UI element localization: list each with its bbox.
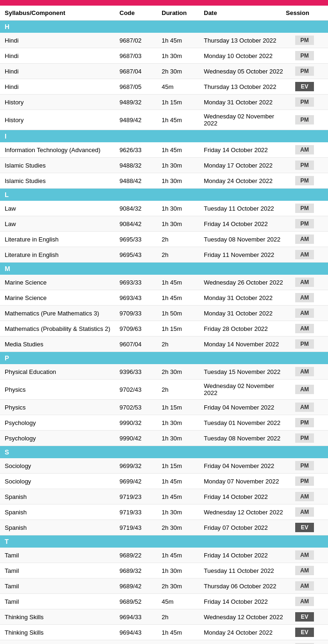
cell-duration: 1h 45m [162, 146, 204, 154]
cell-syllabus: Islamic Studies [5, 177, 119, 184]
cell-session: PM [286, 476, 323, 486]
session-badge: AM [295, 278, 314, 287]
col-header-duration: Duration [162, 9, 204, 16]
cell-syllabus: Mathematics (Pure Mathematics 3) [5, 310, 119, 317]
cell-session: EV [286, 628, 323, 637]
cell-syllabus: Tamil [5, 598, 119, 605]
cell-syllabus: Marine Science [5, 279, 119, 286]
cell-code: 9699/32 [119, 462, 162, 469]
cell-session: AM [286, 566, 323, 575]
cell-session: PM [286, 97, 323, 107]
cell-session: PM [286, 339, 323, 349]
cell-duration: 2h 30m [162, 583, 204, 590]
cell-session: PM [286, 461, 323, 470]
session-badge: EV [295, 523, 314, 532]
cell-date: Wednesday 26 October 2022 [204, 279, 286, 286]
cell-duration: 45m [162, 83, 204, 90]
cell-code: 9719/43 [119, 524, 162, 531]
cell-duration: 2h 30m [162, 368, 204, 375]
table-row: Marine Science9693/431h 45mMonday 31 Oct… [0, 290, 328, 306]
session-badge: PM [295, 51, 314, 60]
cell-session: AM [286, 402, 323, 412]
cell-syllabus: Tamil [5, 583, 119, 590]
cell-duration: 1h 45m [162, 117, 204, 124]
cell-syllabus: Marine Science [5, 294, 119, 301]
table-row: Tamil9689/422h 30mThursday 06 October 20… [0, 578, 328, 594]
table-row: Law9084/421h 30mFriday 14 October 2022PM [0, 216, 328, 232]
session-badge: AM [295, 385, 314, 394]
section-header-m: M [0, 263, 328, 275]
cell-session: PM [286, 51, 323, 60]
session-badge: PM [295, 36, 314, 45]
cell-code: 9687/03 [119, 52, 162, 59]
table-row: Mathematics (Probability & Statistics 2)… [0, 321, 328, 337]
session-badge: PM [295, 461, 314, 470]
cell-session: EV [286, 82, 323, 91]
session-badge: AM [295, 293, 314, 302]
cell-session: AM [286, 308, 323, 318]
cell-duration: 1h 30m [162, 220, 204, 227]
cell-duration: 1h 15m [162, 99, 204, 106]
cell-code: 9689/22 [119, 552, 162, 559]
cell-duration: 1h 45m [162, 478, 204, 485]
cell-code: 9709/63 [119, 325, 162, 332]
session-badge: AM [295, 367, 314, 376]
col-header-syllabus: Syllabus/Component [5, 9, 119, 16]
session-badge: AM [295, 308, 314, 318]
cell-date: Monday 31 October 2022 [204, 310, 286, 317]
cell-date: Friday 07 October 2022 [204, 524, 286, 531]
table-row: Hindi9687/031h 30mMonday 10 October 2022… [0, 48, 328, 64]
section-header-l: L [0, 189, 328, 201]
cell-date: Monday 24 October 2022 [204, 629, 286, 636]
cell-code: 9687/04 [119, 68, 162, 75]
cell-date: Monday 24 October 2022 [204, 177, 286, 184]
cell-duration: 1h 30m [162, 177, 204, 184]
cell-code: 9626/33 [119, 146, 162, 154]
col-header-session: Session [286, 9, 323, 16]
col-header-date: Date [204, 9, 286, 16]
table-row: Tamil9689/221h 45mFriday 14 October 2022… [0, 548, 328, 563]
table-row: Marine Science9693/331h 45mWednesday 26 … [0, 275, 328, 290]
cell-duration: 1h 30m [162, 419, 204, 426]
session-badge: EV [295, 628, 314, 637]
cell-date: Thursday 06 October 2022 [204, 583, 286, 590]
cell-code: 9607/04 [119, 341, 162, 348]
session-badge: AM [295, 492, 314, 501]
cell-duration: 1h 45m [162, 629, 204, 636]
cell-syllabus: Psychology [5, 419, 119, 426]
table-row: Tamil9689/321h 30mTuesday 11 October 202… [0, 563, 328, 578]
table-row: Physics9702/531h 15mFriday 04 November 2… [0, 400, 328, 415]
cell-syllabus: Physical Education [5, 368, 119, 375]
session-badge: PM [295, 176, 314, 185]
cell-syllabus: Tamil [5, 552, 119, 559]
cell-date: Wednesday 12 October 2022 [204, 509, 286, 516]
cell-date: Friday 14 October 2022 [204, 220, 286, 227]
cell-code: 9689/42 [119, 583, 162, 590]
cell-session: AM [286, 367, 323, 376]
cell-date: Monday 14 November 2022 [204, 341, 286, 348]
cell-duration: 1h 30m [162, 509, 204, 516]
session-badge: PM [295, 476, 314, 486]
session-badge: PM [295, 115, 314, 124]
session-badge: AM [295, 250, 314, 259]
cell-date: Wednesday 02 November 2022 [204, 382, 286, 396]
table-body: HHindi9687/021h 45mThursday 13 October 2… [0, 21, 328, 644]
cell-code: 9687/05 [119, 83, 162, 90]
cell-date: Friday 14 October 2022 [204, 146, 286, 154]
session-badge: EV [295, 612, 314, 622]
cell-date: Friday 04 November 2022 [204, 462, 286, 469]
table-row: Psychology9990/421h 30mTuesday 08 Novemb… [0, 431, 328, 446]
section-header-i: I [0, 130, 328, 142]
cell-session: AM [286, 145, 323, 154]
cell-code: 9990/32 [119, 419, 162, 426]
cell-syllabus: Hindi [5, 37, 119, 44]
cell-date: Tuesday 08 November 2022 [204, 236, 286, 243]
section-header-t: T [0, 535, 328, 548]
section-header-h: H [0, 21, 328, 33]
cell-session: PM [286, 161, 323, 170]
cell-syllabus: Law [5, 220, 119, 227]
cell-code: 9693/43 [119, 294, 162, 301]
cell-code: 9488/42 [119, 177, 162, 184]
table-row: Islamic Studies9488/321h 30mMonday 17 Oc… [0, 158, 328, 173]
cell-session: PM [286, 204, 323, 213]
